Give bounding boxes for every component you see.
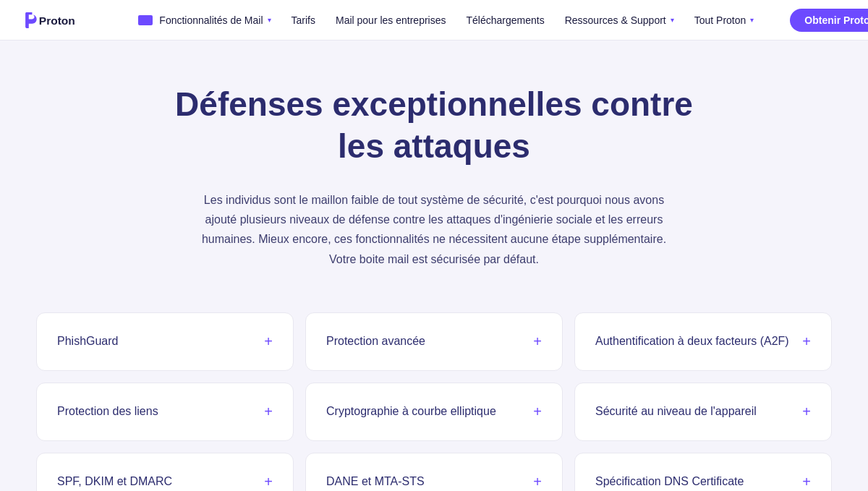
chevron-down-icon-ressources: ▾ (671, 16, 674, 24)
feature-card-label: Authentification à deux facteurs (A2F) (595, 333, 789, 349)
nav-tarifs-label: Tarifs (292, 14, 315, 26)
feature-card-label: Protection des liens (57, 404, 158, 419)
navbar: Proton Fonctionnalités de Mail ▾ Tarifs … (0, 0, 868, 40)
feature-card-dns-certificate[interactable]: Spécification DNS Certificate+ (574, 453, 832, 491)
feature-card-phishguard[interactable]: PhishGuard+ (36, 312, 294, 371)
feature-card-label: DANE et MTA-STS (326, 474, 425, 490)
feature-card-label: Cryptographie à courbe elliptique (326, 404, 496, 419)
nav-ressources-label: Ressources & Support (565, 14, 666, 26)
nav-tarifs[interactable]: Tarifs (290, 12, 317, 29)
expand-icon[interactable]: + (533, 333, 542, 350)
feature-card-auth-2f[interactable]: Authentification à deux facteurs (A2F)+ (574, 312, 832, 371)
nav-telechargements[interactable]: Téléchargements (464, 12, 545, 29)
chevron-down-icon-tout-proton: ▾ (750, 16, 754, 24)
nav-entreprises[interactable]: Mail pour les entreprises (334, 12, 448, 29)
nav-ressources[interactable]: Ressources & Support ▾ (563, 12, 676, 29)
feature-card-securite-appareil[interactable]: Sécurité au niveau de l'appareil+ (574, 383, 832, 441)
feature-card-label: Spécification DNS Certificate (595, 474, 744, 490)
nav-tout-proton[interactable]: Tout Proton ▾ (693, 12, 756, 29)
chevron-down-icon: ▾ (268, 16, 271, 24)
feature-card-label: Sécurité au niveau de l'appareil (595, 404, 757, 419)
expand-icon[interactable]: + (264, 333, 273, 350)
main-content: Défenses exceptionnelles contre les atta… (0, 40, 868, 491)
mail-icon (138, 15, 153, 25)
nav-telechargements-label: Téléchargements (466, 14, 544, 26)
hero-title: Défenses exceptionnelles contre les atta… (174, 84, 694, 167)
feature-card-label: PhishGuard (57, 333, 119, 349)
expand-icon[interactable]: + (533, 404, 542, 420)
feature-card-protection-liens[interactable]: Protection des liens+ (36, 383, 294, 441)
feature-card-crypto-elliptique[interactable]: Cryptographie à courbe elliptique+ (305, 383, 563, 441)
expand-icon[interactable]: + (802, 474, 811, 490)
get-proton-button[interactable]: Obtenir Proton Mail (790, 9, 868, 32)
nav-tout-proton-label: Tout Proton (694, 14, 746, 26)
nav-mail-features[interactable]: Fonctionnalités de Mail ▾ (137, 12, 272, 29)
expand-icon[interactable]: + (264, 474, 273, 490)
feature-card-dane-mta-sts[interactable]: DANE et MTA-STS+ (305, 453, 563, 491)
features-grid: PhishGuard+Protection avancée+Authentifi… (36, 312, 832, 491)
proton-logo[interactable]: Proton (23, 10, 90, 30)
feature-card-label: SPF, DKIM et DMARC (57, 474, 172, 490)
feature-card-label: Protection avancée (326, 333, 425, 349)
hero-subtitle: Les individus sont le maillon faible de … (188, 190, 680, 269)
nav-entreprises-label: Mail pour les entreprises (336, 14, 446, 26)
feature-card-protection-avancee[interactable]: Protection avancée+ (305, 312, 563, 371)
expand-icon[interactable]: + (802, 404, 811, 420)
svg-text:Proton: Proton (39, 14, 75, 27)
nav-mail-features-label: Fonctionnalités de Mail (159, 14, 263, 26)
expand-icon[interactable]: + (264, 404, 273, 420)
expand-icon[interactable]: + (533, 474, 542, 490)
feature-card-spf-dkim-dmarc[interactable]: SPF, DKIM et DMARC+ (36, 453, 294, 491)
expand-icon[interactable]: + (802, 333, 811, 350)
